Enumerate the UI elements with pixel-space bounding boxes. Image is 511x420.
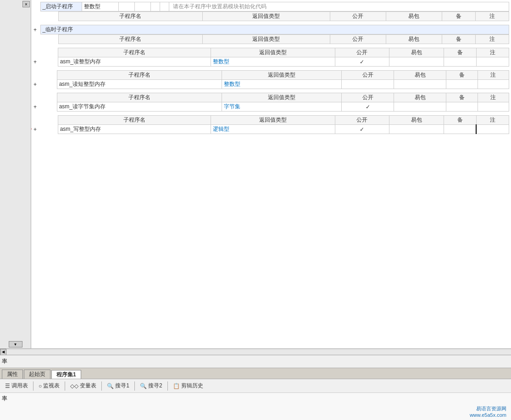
startup-note xyxy=(160,2,169,11)
separator5 xyxy=(167,381,168,391)
col-header-name6: 子程序名 xyxy=(58,116,211,125)
toolbar-search2[interactable]: 🔍 搜寻2 xyxy=(137,381,166,391)
col-header-bak1: 备 xyxy=(442,12,475,21)
top-area: × ▼ _启动子程序 整数型 请在本子程序中放置易模块初始化代码 xyxy=(0,0,511,348)
asm-read-short-table: 子程序名 返回值类型 公开 易包 备 注 + asm_读短整型内存 整数型 xyxy=(33,70,509,89)
col-header-return3: 返回值类型 xyxy=(211,48,335,57)
startup-pub xyxy=(118,2,134,11)
tab-program-set1-label: 程序集1 xyxy=(56,371,76,379)
section-asm-read-int: 子程序名 返回值类型 公开 易包 备 注 + asm_读整型内存 整数型 ✓ xyxy=(33,48,509,67)
col-header-return6: 返回值类型 xyxy=(211,116,335,125)
asm-read-int-easy xyxy=(389,57,444,67)
asm-write-int-easy xyxy=(389,125,444,134)
section-temp: + _临时子程序 子程序名 返回值类型 公开 易包 备 注 xyxy=(33,25,509,44)
tab-home[interactable]: 起始页 xyxy=(24,370,50,379)
col-header-pub5: 公开 xyxy=(341,93,394,102)
asm-read-int-return[interactable]: 整数型 xyxy=(211,57,335,67)
toolbar: ☰ 调用表 ○ 监视表 ◇◇ 变量表 🔍 搜寻1 🔍 搜寻2 📋 剪辑历史 xyxy=(0,379,511,392)
asm-read-bytes-easy xyxy=(394,102,446,112)
startup-header-table: _启动子程序 整数型 请在本子程序中放置易模块初始化代码 xyxy=(33,2,509,11)
tab-home-label: 起始页 xyxy=(29,370,45,378)
col-header-bak4: 备 xyxy=(446,71,478,80)
toolbar-call-table[interactable]: ☰ 调用表 xyxy=(2,381,31,391)
toolbar-monitor-label: 监视表 xyxy=(43,382,60,390)
asm-read-short-bak xyxy=(446,80,478,89)
tab-program-set1[interactable]: 程序集1 xyxy=(51,370,81,379)
section-asm-read-bytes: 子程序名 返回值类型 公开 易包 备 注 + asm_读字节集内存 字节集 ✓ xyxy=(33,93,509,112)
asm-read-bytes-plus[interactable]: + xyxy=(33,102,57,112)
temp-name: _临时子程序 xyxy=(40,25,509,34)
watermark-line1: 易语言资源网 xyxy=(470,405,506,412)
asm-read-bytes-note xyxy=(478,102,509,112)
toolbar-vars[interactable]: ◇◇ 变量表 xyxy=(67,381,100,391)
col-header-note6: 注 xyxy=(476,116,509,125)
col-header-easy4: 易包 xyxy=(394,71,446,80)
asm-read-int-plus[interactable]: + xyxy=(33,57,58,67)
startup-easy xyxy=(134,2,150,11)
asm-write-int-pub: ✓ xyxy=(335,125,389,134)
col-header-pub1: 公开 xyxy=(330,12,386,21)
toolbar-clip-history-label: 剪辑历史 xyxy=(181,382,203,390)
call-table-icon: ☰ xyxy=(5,383,10,389)
asm-write-int-note-editing[interactable] xyxy=(476,125,509,134)
col-header-bak5: 备 xyxy=(446,93,478,102)
startup-plus[interactable] xyxy=(33,2,40,11)
toolbar-search1[interactable]: 🔍 搜寻1 xyxy=(104,381,133,391)
col-header-easy5: 易包 xyxy=(394,93,446,102)
toolbar-vars-label: 变量表 xyxy=(80,382,96,390)
col-header-easy1: 易包 xyxy=(386,12,442,21)
startup-return: 整数型 xyxy=(82,2,118,11)
col-header-name4: 子程序名 xyxy=(57,71,222,80)
asm-read-short-pub xyxy=(341,80,394,89)
col-header-return2: 返回值类型 xyxy=(202,35,330,44)
col-header-bak6: 备 xyxy=(444,116,476,125)
col-header-easy2: 易包 xyxy=(386,35,442,44)
temp-children-table: 子程序名 返回值类型 公开 易包 备 注 xyxy=(33,34,509,44)
asm-read-short-return[interactable]: 整数型 xyxy=(222,80,342,89)
status-text: 率 xyxy=(2,358,7,365)
col-header-easy3: 易包 xyxy=(389,48,444,57)
col-header-bak2: 备 xyxy=(442,35,475,44)
tab-properties[interactable]: 属性 xyxy=(2,370,23,379)
h-scroll-track[interactable] xyxy=(6,350,511,354)
col-header-pub4: 公开 xyxy=(341,71,394,80)
col-header-name1: 子程序名 xyxy=(59,12,202,21)
asm-read-bytes-return[interactable]: 字节集 xyxy=(222,102,342,112)
separator2 xyxy=(65,381,65,391)
temp-plus[interactable]: + xyxy=(33,25,40,34)
col-header-note2: 注 xyxy=(475,35,509,44)
sidebar-scroll-down[interactable]: ▼ xyxy=(9,341,22,347)
toolbar-monitor[interactable]: ○ 监视表 xyxy=(35,381,63,391)
asm-read-short-plus[interactable]: + xyxy=(33,80,57,89)
asm-read-bytes-name: asm_读字节集内存 xyxy=(57,102,222,112)
search2-icon: 🔍 xyxy=(140,383,147,389)
col-header-note4: 注 xyxy=(478,71,509,80)
edit-pencil-icon: ✏ xyxy=(31,125,32,133)
bottom-info-text: 率 xyxy=(2,395,7,403)
watermark: 易语言资源网 www.e5a5x.com xyxy=(470,405,506,418)
toolbar-search1-label: 搜寻1 xyxy=(115,382,129,390)
h-scrollbar: ◀ xyxy=(0,348,511,355)
sidebar-close-button[interactable]: × xyxy=(22,1,30,7)
h-scroll-left[interactable]: ◀ xyxy=(0,349,6,355)
asm-read-short-note xyxy=(478,80,509,89)
asm-read-int-name: asm_读整型内存 xyxy=(58,57,211,67)
asm-write-int-plus[interactable]: + xyxy=(33,126,37,133)
col-header-return4: 返回值类型 xyxy=(222,71,342,80)
col-header-name5: 子程序名 xyxy=(57,93,222,102)
asm-read-bytes-table: 子程序名 返回值类型 公开 易包 备 注 + asm_读字节集内存 字节集 ✓ xyxy=(33,93,509,112)
col-header-return1: 返回值类型 xyxy=(202,12,330,21)
monitor-icon: ○ xyxy=(39,383,42,389)
asm-read-int-pub: ✓ xyxy=(335,57,389,67)
col-header-pub6: 公开 xyxy=(335,116,389,125)
startup-children-table: 子程序名 返回值类型 公开 易包 备 注 xyxy=(33,11,509,21)
toolbar-clip-history[interactable]: 📋 剪辑历史 xyxy=(170,381,206,391)
asm-write-int-name: asm_写整型内存 xyxy=(58,125,211,134)
startup-name: _启动子程序 xyxy=(40,2,82,11)
search1-icon: 🔍 xyxy=(107,383,114,389)
tab-bar: 属性 起始页 程序集1 xyxy=(0,368,511,379)
asm-write-int-return[interactable]: 逻辑型 xyxy=(211,125,335,134)
toolbar-call-table-label: 调用表 xyxy=(11,382,28,390)
col-header-note1: 注 xyxy=(475,12,509,21)
vars-icon: ◇◇ xyxy=(70,383,78,389)
